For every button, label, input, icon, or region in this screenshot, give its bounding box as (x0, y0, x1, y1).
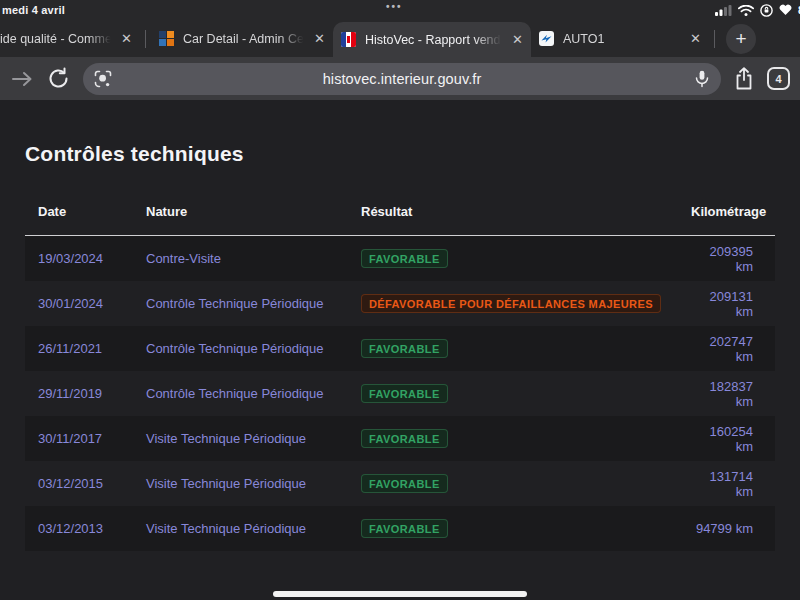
tab-separator (145, 30, 146, 48)
table-row: 30/11/2017 Visite Technique Périodique F… (25, 416, 775, 461)
cell-result: FAVORABLE (361, 474, 691, 493)
forward-icon[interactable] (10, 69, 34, 89)
cell-nature: Contre-Visite (146, 251, 361, 266)
page-title: Contrôles techniques (25, 142, 800, 166)
browser-toolbar: histovec.interieur.gouv.fr 4 (0, 57, 800, 100)
cell-kilometrage: 209395 km (691, 244, 775, 274)
cell-result: FAVORABLE (361, 249, 691, 268)
tab-title: ide qualité - Commen (0, 32, 113, 46)
cell-kilometrage: 182837 km (691, 379, 775, 409)
histovec-favicon-icon (341, 32, 356, 47)
url-text[interactable]: histovec.interieur.gouv.fr (83, 71, 721, 87)
cell-nature: Contrôle Technique Périodique (146, 296, 361, 311)
cell-kilometrage: 209131 km (691, 289, 775, 319)
cell-nature: Visite Technique Périodique (146, 521, 361, 536)
tab-count-button[interactable]: 4 (767, 67, 790, 90)
result-badge: DÉFAVORABLE POUR DÉFAILLANCES MAJEURES (361, 294, 661, 313)
tab-guide-qualite[interactable]: ide qualité - Commen ✕ (0, 20, 140, 57)
result-badge: FAVORABLE (361, 519, 448, 538)
table-row: 29/11/2019 Contrôle Technique Périodique… (25, 371, 775, 416)
table-row: 03/12/2013 Visite Technique Périodique F… (25, 506, 775, 551)
orientation-lock-icon (760, 4, 773, 17)
result-badge: FAVORABLE (361, 249, 448, 268)
cell-kilometrage: 94799 km (691, 521, 775, 536)
home-indicator[interactable] (273, 591, 527, 597)
cell-nature: Contrôle Technique Périodique (146, 386, 361, 401)
auto1-favicon-icon (539, 31, 554, 46)
car-detail-favicon-icon (159, 31, 174, 46)
tab-separator (714, 30, 715, 48)
cell-date: 26/11/2021 (38, 341, 146, 356)
multitask-dots-icon: ••• (386, 1, 403, 12)
result-badge: FAVORABLE (361, 429, 448, 448)
tab-car-detail[interactable]: Car Detail - Admin Cente ✕ (151, 20, 333, 57)
table-row: 03/12/2015 Visite Technique Périodique F… (25, 461, 775, 506)
reload-icon[interactable] (47, 67, 70, 90)
cell-result: DÉFAVORABLE POUR DÉFAILLANCES MAJEURES (361, 294, 691, 313)
status-bar: medi 4 avril ••• 8 (0, 0, 800, 20)
column-header-nature: Nature (146, 204, 361, 219)
tab-histovec-active[interactable]: HistoVec - Rapport vend ✕ (333, 22, 531, 57)
close-tab-icon[interactable]: ✕ (512, 32, 523, 47)
status-date: medi 4 avril (2, 4, 65, 16)
page-content: Contrôles techniques Date Nature Résulta… (0, 100, 800, 600)
tab-auto1[interactable]: AUTO1 ✕ (531, 20, 709, 57)
tab-title: AUTO1 (563, 32, 682, 46)
cell-result: FAVORABLE (361, 519, 691, 538)
tab-title: HistoVec - Rapport vend (365, 33, 504, 47)
cell-date: 30/11/2017 (38, 431, 146, 446)
table-row: 30/01/2024 Contrôle Technique Périodique… (25, 281, 775, 326)
heart-icon (779, 4, 792, 16)
table-row: 19/03/2024 Contre-Visite FAVORABLE 20939… (25, 236, 775, 281)
column-header-resultat: Résultat (361, 204, 691, 219)
tab-title: Car Detail - Admin Cente (183, 32, 306, 46)
column-header-date: Date (38, 204, 146, 219)
ipad-screen: medi 4 avril ••• 8 (0, 0, 800, 600)
share-icon[interactable] (734, 67, 754, 91)
cell-result: FAVORABLE (361, 384, 691, 403)
cell-date: 03/12/2013 (38, 521, 146, 536)
cell-date: 19/03/2024 (38, 251, 146, 266)
cell-nature: Contrôle Technique Périodique (146, 341, 361, 356)
close-tab-icon[interactable]: ✕ (690, 31, 701, 46)
cell-nature: Visite Technique Périodique (146, 431, 361, 446)
close-tab-icon[interactable]: ✕ (121, 31, 132, 46)
cell-kilometrage: 160254 km (691, 424, 775, 454)
cell-result: FAVORABLE (361, 339, 691, 358)
table-row: 26/11/2021 Contrôle Technique Périodique… (25, 326, 775, 371)
lens-icon[interactable] (94, 70, 112, 92)
new-tab-button[interactable]: + (726, 24, 756, 54)
result-badge: FAVORABLE (361, 339, 448, 358)
column-header-kilometrage: Kilométrage (691, 204, 788, 219)
inspections-table: Date Nature Résultat Kilométrage 19/03/2… (25, 190, 775, 551)
wifi-icon (738, 5, 754, 16)
cell-kilometrage: 202747 km (691, 334, 775, 364)
table-body: 19/03/2024 Contre-Visite FAVORABLE 20939… (25, 236, 775, 551)
cell-kilometrage: 131714 km (691, 469, 775, 499)
cell-date: 03/12/2015 (38, 476, 146, 491)
mic-icon[interactable] (695, 70, 709, 92)
close-tab-icon[interactable]: ✕ (314, 31, 325, 46)
url-bar[interactable]: histovec.interieur.gouv.fr (83, 63, 721, 95)
cell-result: FAVORABLE (361, 429, 691, 448)
cell-nature: Visite Technique Périodique (146, 476, 361, 491)
cell-date: 29/11/2019 (38, 386, 146, 401)
cellular-signal-icon (715, 5, 732, 16)
table-header-row: Date Nature Résultat Kilométrage (25, 190, 775, 236)
result-badge: FAVORABLE (361, 384, 448, 403)
tab-strip: ide qualité - Commen ✕ Car Detail - Admi… (0, 20, 800, 57)
result-badge: FAVORABLE (361, 474, 448, 493)
cell-date: 30/01/2024 (38, 296, 146, 311)
